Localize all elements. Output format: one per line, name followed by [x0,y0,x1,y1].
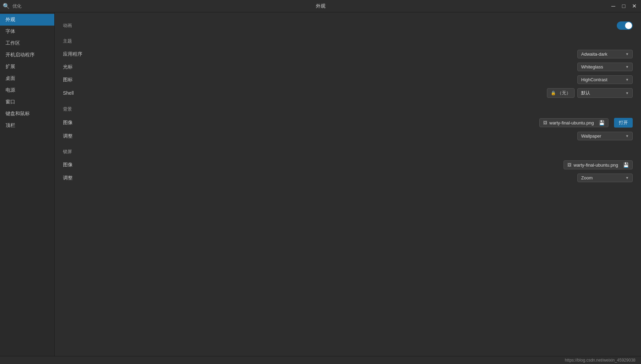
close-button[interactable]: ✕ [630,2,638,10]
bg-adjust-row: 调整 Wallpaper ▼ [63,130,633,142]
icon-theme-control: HighContrast ▼ [577,75,633,84]
save-icon[interactable]: 💾 [623,162,629,168]
icon-theme-value: HighContrast [581,77,607,82]
lock-image-row: 图像 🖼 warty-final-ubuntu.png 💾 [63,158,633,171]
animation-toggle[interactable] [617,21,633,30]
cursor-theme-row: 光标 Whiteglass ▼ [63,60,633,73]
cursor-theme-value: Whiteglass [581,64,603,69]
bottom-bar: https://blog.csdn.net/weixin_45929038 [0,356,641,364]
lock-adjust-row: 调整 Zoom ▼ [63,171,633,184]
lock-adjust-value: Zoom [581,175,593,180]
toggle-knob [625,22,632,29]
lock-image-filename: warty-final-ubuntu.png [574,162,618,168]
bg-image-label: 图像 [63,120,73,126]
application-theme-control: Adwaita-dark ▼ [577,50,633,58]
animation-header: 动画 [63,22,72,29]
window-title: 外观 [316,3,326,9]
window-controls: ─ □ ✕ [609,2,638,10]
lock-adjust-label: 调整 [63,175,73,181]
sidebar-item-fonts[interactable]: 字体 [0,26,54,37]
dropdown-arrow-icon: ▼ [625,78,629,82]
dropdown-arrow-icon: ▼ [625,65,629,69]
animation-control [617,21,633,30]
shell-theme-label: Shell [63,90,74,96]
sidebar-item-startup[interactable]: 开机启动程序 [0,49,54,61]
icon-theme-dropdown[interactable]: HighContrast ▼ [577,75,633,84]
shell-lock-label: （无） [557,90,571,96]
sidebar-item-workspace[interactable]: 工作区 [0,37,54,49]
animation-row: 动画 [63,19,633,32]
bg-adjust-label: 调整 [63,133,73,139]
sidebar-item-keyboard-mouse[interactable]: 键盘和鼠标 [0,108,54,120]
save-icon[interactable]: 💾 [599,120,605,125]
sidebar-item-extensions[interactable]: 扩展 [0,61,54,73]
application-theme-value: Adwaita-dark [581,52,607,57]
lock-image-file-selector[interactable]: 🖼 warty-final-ubuntu.png 💾 [564,160,633,169]
lock-adjust-dropdown[interactable]: Zoom ▼ [577,174,633,182]
shell-theme-dropdown[interactable]: 默认 ▼ [577,88,633,98]
image-icon: 🖼 [567,162,571,167]
bg-image-file-selector[interactable]: 🖼 warty-final-ubuntu.png 💾 [539,118,608,127]
content-area: 动画 主题 应用程序 Adwaita-dark ▼ 光标 [55,12,641,364]
sidebar-item-window[interactable]: 窗口 [0,96,54,108]
sidebar: 外观 字体 工作区 开机启动程序 扩展 桌面 电源 窗口 键盘和鼠标 顶栏 [0,12,55,364]
main-layout: 外观 字体 工作区 开机启动程序 扩展 桌面 电源 窗口 键盘和鼠标 顶栏 动画… [0,12,641,364]
cursor-theme-dropdown[interactable]: Whiteglass ▼ [577,63,633,71]
application-theme-label: 应用程序 [63,51,82,57]
icon-theme-row: 图标 HighContrast ▼ [63,73,633,86]
dropdown-arrow-icon: ▼ [625,176,629,180]
sidebar-item-appearance[interactable]: 外观 [0,14,54,26]
lock-image-label: 图像 [63,162,73,168]
shell-theme-control: 🔒 （无） 默认 ▼ [547,88,633,98]
shell-theme-value: 默认 [581,90,590,96]
minimize-button[interactable]: ─ [609,2,617,10]
application-theme-dropdown[interactable]: Adwaita-dark ▼ [577,50,633,58]
sidebar-item-power[interactable]: 电源 [0,84,54,96]
lock-adjust-control: Zoom ▼ [577,174,633,182]
sidebar-item-desktop[interactable]: 桌面 [0,73,54,84]
dropdown-arrow-icon: ▼ [625,134,629,138]
bottom-url: https://blog.csdn.net/weixin_45929038 [565,358,635,363]
bg-image-filename: warty-final-ubuntu.png [549,120,594,125]
shell-theme-row: Shell 🔒 （无） 默认 ▼ [63,86,633,100]
cursor-theme-control: Whiteglass ▼ [577,63,633,71]
application-theme-row: 应用程序 Adwaita-dark ▼ [63,48,633,60]
theme-header: 主题 [63,38,633,44]
shell-lock-badge: 🔒 （无） [547,88,575,98]
open-button[interactable]: 打开 [614,118,633,128]
icon-theme-label: 图标 [63,77,73,83]
cursor-theme-label: 光标 [63,64,73,70]
search-icon[interactable]: 🔍 [3,3,10,9]
title-bar-search-area: 🔍 优化 [3,3,21,9]
title-bar: 🔍 优化 外观 ─ □ ✕ [0,0,641,12]
bg-adjust-value: Wallpaper [581,133,601,139]
dropdown-arrow-icon: ▼ [625,91,629,95]
lock-icon: 🔒 [551,91,556,95]
bg-image-row: 图像 🖼 warty-final-ubuntu.png 💾 打开 [63,116,633,130]
image-icon: 🖼 [543,120,547,125]
background-header: 背景 [63,106,633,112]
bg-adjust-dropdown[interactable]: Wallpaper ▼ [577,132,633,140]
restore-button[interactable]: □ [620,2,628,10]
bg-image-control: 🖼 warty-final-ubuntu.png 💾 打开 [539,118,633,128]
app-name: 优化 [12,3,21,9]
lock-image-control: 🖼 warty-final-ubuntu.png 💾 [564,160,633,169]
lockscreen-header: 锁屏 [63,149,633,155]
sidebar-item-topbar[interactable]: 顶栏 [0,120,54,131]
bg-adjust-control: Wallpaper ▼ [577,132,633,140]
dropdown-arrow-icon: ▼ [625,52,629,56]
